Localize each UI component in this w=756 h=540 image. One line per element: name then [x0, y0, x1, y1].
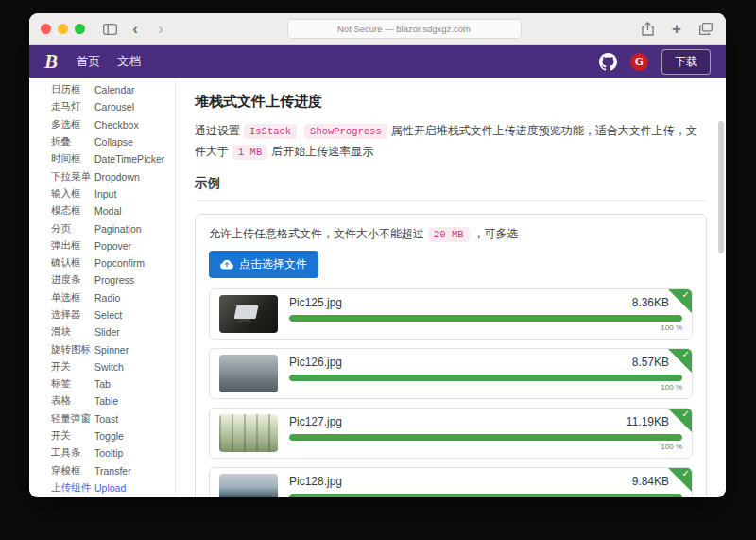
close-button[interactable]: [41, 24, 51, 34]
sidebar-item-modal[interactable]: 模态框Modal: [29, 202, 175, 219]
sidebar-item-calendar[interactable]: 日历框Calendar: [29, 81, 175, 98]
file-info: Pic127.jpg 11.19KB 100 %: [289, 414, 682, 452]
file-size: 11.19KB: [627, 415, 669, 428]
sidebar-item-label-en: Toggle: [94, 430, 124, 442]
sidebar-item-table[interactable]: 表格Table: [29, 392, 175, 409]
app-navbar: B 首页 文档 G 下载: [29, 45, 726, 78]
scrollbar-thumb[interactable]: [718, 121, 724, 253]
back-icon[interactable]: ‹: [127, 21, 144, 37]
sidebar-item-dropdown[interactable]: 下拉菜单Dropdown: [29, 167, 175, 184]
address-bar[interactable]: Not Secure — blazor.sdgxgz.com: [287, 19, 522, 39]
sidebar-item-label-zh: 工具条: [51, 446, 94, 460]
component-sidebar: 日历框Calendar 走马灯Carousel 多选框Checkbox 折叠Co…: [29, 78, 176, 497]
sidebar-item-popover[interactable]: 弹出框Popover: [29, 237, 175, 254]
upload-file-list: Pic125.jpg 8.36KB 100 % ✓: [209, 288, 693, 497]
sidebar-item-label-zh: 进度条: [51, 273, 94, 287]
sidebar-item-label-zh: 弹出框: [51, 239, 94, 253]
address-bar-area: Not Secure — blazor.sdgxgz.com: [178, 19, 630, 39]
hint-text: 允许上传任意格式文件，文件大小不能超过: [209, 227, 424, 240]
file-name: Pic128.jpg: [289, 475, 342, 488]
navbar-right: G 下载: [599, 49, 711, 75]
zoom-button[interactable]: [75, 24, 85, 34]
sidebar-item-popconfirm[interactable]: 确认框Popconfirm: [29, 254, 175, 271]
share-icon[interactable]: [639, 22, 656, 36]
sidebar-item-upload[interactable]: 上传组件Upload: [29, 479, 175, 496]
file-name: Pic126.jpg: [289, 356, 342, 369]
check-icon: ✓: [682, 290, 690, 300]
sidebar-item-label-en: Input: [94, 188, 116, 200]
new-tab-icon[interactable]: +: [668, 21, 685, 37]
download-button[interactable]: 下载: [662, 49, 711, 75]
github-icon[interactable]: [599, 53, 617, 71]
sidebar-item-label-zh: 多选框: [51, 118, 94, 131]
sidebar-item-label-zh: 旋转图标: [51, 343, 94, 357]
sidebar-item-label-zh: 下拉菜单: [51, 170, 94, 183]
sidebar-item-label-en: Popover: [94, 240, 131, 252]
sidebar-item-carousel[interactable]: 走马灯Carousel: [29, 98, 175, 115]
sidebar-item-spinner[interactable]: 旋转图标Spinner: [29, 340, 175, 357]
minimize-button[interactable]: [58, 24, 68, 34]
sidebar-item-label-zh: 轻量弹窗: [51, 412, 94, 426]
progress-fill: [289, 375, 682, 381]
sidebar-item-select[interactable]: 选择器Select: [29, 306, 175, 323]
sidebar-item-label-zh: 单选框: [51, 291, 94, 305]
progress-bar: [289, 315, 682, 322]
cloud-upload-icon: [220, 258, 233, 271]
sidebar-item-label-en: Dropdown: [94, 171, 140, 183]
sidebar-item-checkbox[interactable]: 多选框Checkbox: [29, 116, 175, 133]
window-controls: [41, 24, 85, 34]
forward-icon[interactable]: ›: [152, 21, 169, 37]
sidebar-item-label-zh: 时间框: [51, 152, 94, 165]
file-info: Pic126.jpg 8.57KB 100 %: [289, 355, 682, 392]
file-thumbnail: [219, 474, 278, 497]
progress-bar: [289, 494, 682, 497]
sidebar-item-tooltip[interactable]: 工具条Tooltip: [29, 444, 175, 462]
file-thumbnail: [219, 414, 278, 452]
file-item: Pic126.jpg 8.57KB 100 % ✓: [209, 348, 693, 399]
sidebar-item-transfer[interactable]: 穿梭框Transfer: [29, 462, 175, 479]
nav-link-home[interactable]: 首页: [77, 54, 100, 70]
sidebar-item-label-zh: 选择器: [51, 308, 94, 322]
sidebar-item-label-zh: 标签: [51, 377, 94, 391]
sidebar-item-pagination[interactable]: 分页Pagination: [29, 219, 175, 236]
select-files-button[interactable]: 点击选择文件: [209, 251, 318, 278]
file-item: Pic128.jpg 9.84KB 100 % ✓: [209, 467, 693, 497]
sidebar-item-toggle[interactable]: 开关Toggle: [29, 427, 175, 444]
gitee-icon[interactable]: G: [630, 53, 648, 71]
file-item: Pic127.jpg 11.19KB 100 % ✓: [209, 408, 693, 459]
tab-overview-icon[interactable]: [697, 23, 714, 35]
hint-text: ，可多选: [473, 227, 519, 240]
sidebar-item-datetimepicker[interactable]: 时间框DateTimePicker: [29, 150, 175, 167]
page-content: 日历框Calendar 走马灯Carousel 多选框Checkbox 折叠Co…: [29, 78, 726, 497]
demo-body: 允许上传任意格式文件，文件大小不能超过20 MB，可多选 点击选择文件 Pic1…: [196, 215, 706, 497]
sidebar-item-tab[interactable]: 标签Tab: [29, 375, 175, 392]
sidebar-item-collapse[interactable]: 折叠Collapse: [29, 133, 175, 150]
sidebar-item-progress[interactable]: 进度条Progress: [29, 271, 175, 288]
sidebar-item-switch[interactable]: 开关Switch: [29, 358, 175, 375]
toolbar-right-icons: +: [639, 21, 714, 37]
desc-text: 后开始上传速率显示: [271, 145, 373, 158]
sidebar-item-label-zh: 滑块: [51, 325, 94, 339]
nav-link-docs[interactable]: 文档: [117, 54, 141, 70]
progress-percent: 100 %: [289, 443, 682, 451]
sidebar-toggle-icon[interactable]: [101, 24, 118, 35]
sidebar-item-toast[interactable]: 轻量弹窗Toast: [29, 410, 175, 427]
file-item: Pic125.jpg 8.36KB 100 % ✓: [209, 288, 693, 340]
sidebar-item-input[interactable]: 输入框Input: [29, 185, 175, 202]
sidebar-item-radio[interactable]: 单选框Radio: [29, 289, 175, 306]
progress-percent: 100 %: [289, 323, 682, 332]
sidebar-item-label-zh: 分页: [51, 222, 94, 235]
sidebar-item-label-en: Toast: [94, 413, 118, 425]
sidebar-item-label-zh: 走马灯: [51, 100, 94, 113]
sidebar-item-label-en: Slider: [94, 326, 120, 338]
sidebar-item-slider[interactable]: 滑块Slider: [29, 323, 175, 340]
desc-text: 通过设置: [195, 124, 240, 137]
progress-fill: [289, 315, 682, 322]
sidebar-item-label-en: DateTimePicker: [94, 153, 164, 165]
sidebar-item-label-zh: 确认框: [51, 256, 94, 270]
brand-logo[interactable]: B: [44, 50, 58, 74]
sidebar-item-label-zh: 上传组件: [51, 481, 94, 495]
sidebar-item-label-en: Transfer: [94, 465, 131, 477]
sidebar-item-label-zh: 折叠: [51, 135, 94, 148]
sidebar-item-label-en: Tab: [94, 378, 111, 390]
